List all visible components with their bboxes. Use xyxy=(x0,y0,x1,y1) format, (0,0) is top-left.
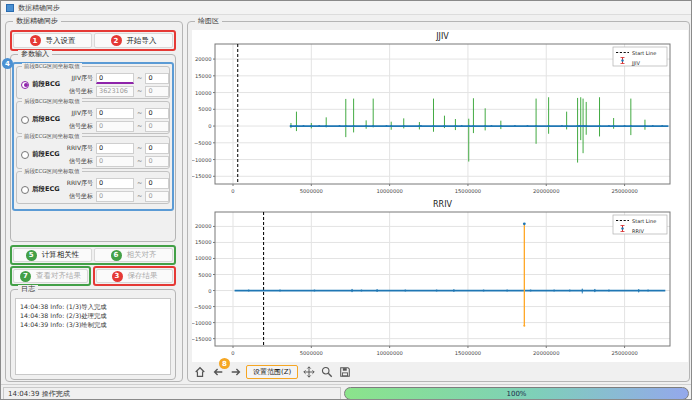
pan-button[interactable] xyxy=(301,364,316,379)
tilde-label: ~ xyxy=(137,179,142,187)
tilde-label: ~ xyxy=(137,122,142,130)
zoom-button[interactable] xyxy=(319,364,334,379)
signal-coord-from-input[interactable] xyxy=(96,191,134,202)
svg-text:20000: 20000 xyxy=(195,56,212,62)
svg-text:−5000: −5000 xyxy=(194,140,212,146)
rriv-index-label: RRIV序号 xyxy=(65,179,93,188)
rriv-index-from-input[interactable] xyxy=(96,143,134,154)
ecg-rear-section: 后段ECG区间坐标取值 后段ECG RRIV序号 ~ 信号坐标 xyxy=(16,171,170,204)
step-badge-8: 8 xyxy=(219,358,230,369)
view-align-result-button[interactable]: 7 查看对齐结果 xyxy=(13,269,88,283)
step-badge-3: 3 xyxy=(112,271,123,282)
ecg-rear-radio[interactable]: 后段ECG xyxy=(21,185,65,194)
bcg-rear-radio[interactable]: 后段BCG xyxy=(21,115,65,124)
jjiv-chart[interactable]: JJIV050000001000000015000000200000002500… xyxy=(192,30,688,196)
jjiv-index-from-input[interactable] xyxy=(96,73,134,84)
log-line: 14:04:38 Info: (1/3)导入完成 xyxy=(20,302,166,311)
radio-circle-icon xyxy=(21,186,29,194)
jjiv-index-label: JJIV序号 xyxy=(65,74,93,83)
sync-panel: 数据精确同步 1 导入设置 2 开始导入 参数输入 前段BCG区间坐标取值 前段… xyxy=(5,21,183,382)
jjiv-index-to-input[interactable] xyxy=(145,73,169,84)
rriv-index-to-input[interactable] xyxy=(145,143,169,154)
step-badge-4: 4 xyxy=(2,58,13,69)
signal-coord-from-input[interactable] xyxy=(96,156,134,167)
jjiv-index-to-input[interactable] xyxy=(145,108,169,119)
svg-text:RRIV: RRIV xyxy=(632,228,644,234)
ecg-rear-radio-label: 后段ECG xyxy=(32,185,60,194)
svg-text:5000000: 5000000 xyxy=(300,188,323,194)
log-list[interactable]: 14:04:38 Info: (1/3)导入完成 14:04:38 Info: … xyxy=(15,298,171,375)
figure-canvas[interactable]: JJIV050000001000000015000000200000002500… xyxy=(192,30,688,362)
save-result-group: 3 保存结果 xyxy=(93,266,176,286)
import-settings-button[interactable]: 1 导入设置 xyxy=(13,33,92,48)
svg-text:20000000: 20000000 xyxy=(533,350,559,356)
save-result-button[interactable]: 3 保存结果 xyxy=(96,269,173,283)
radio-circle-icon xyxy=(21,81,29,89)
progress-label: 100% xyxy=(506,390,526,398)
compute-correlation-label: 计算相关性 xyxy=(42,250,80,260)
signal-coord-to-input[interactable] xyxy=(145,86,169,97)
rriv-index-from-input[interactable] xyxy=(96,178,134,189)
tilde-label: ~ xyxy=(137,87,142,95)
ecg-front-section: 前段ECG区间坐标取值 前段ECG RRIV序号 ~ 信号坐标 xyxy=(16,136,170,169)
window-title: 数据精确同步 xyxy=(18,3,60,13)
set-range-button[interactable]: 设置范围(Z) xyxy=(246,365,298,379)
sync-panel-title: 数据精确同步 xyxy=(13,17,61,26)
floppy-save-icon xyxy=(339,366,351,378)
svg-text:−15000: −15000 xyxy=(192,336,212,342)
signal-coord-to-input[interactable] xyxy=(145,156,169,167)
radio-circle-icon xyxy=(21,116,29,124)
signal-coord-to-input[interactable] xyxy=(145,191,169,202)
step-badge-6: 6 xyxy=(111,250,122,261)
svg-text:−10000: −10000 xyxy=(192,320,212,326)
svg-text:10000: 10000 xyxy=(195,255,212,261)
svg-text:20000000: 20000000 xyxy=(533,188,559,194)
param-input-group: 参数输入 前段BCG区间坐标取值 前段BCG JJIV序号 ~ xyxy=(10,54,176,242)
log-group: 日志 14:04:38 Info: (1/3)导入完成 14:04:38 Inf… xyxy=(10,289,176,380)
svg-text:JJIV: JJIV xyxy=(435,32,449,41)
signal-coord-label: 信号坐标 xyxy=(65,87,93,96)
app-icon xyxy=(6,4,14,12)
ecg-front-radio[interactable]: 前段ECG xyxy=(21,150,65,159)
svg-text:Start Line: Start Line xyxy=(632,50,656,56)
plot-panel-title: 绘图区 xyxy=(195,17,222,26)
svg-text:JJIV: JJIV xyxy=(631,60,640,66)
save-figure-button[interactable] xyxy=(337,364,352,379)
bcg-rear-section: 后段BCG区间坐标取值 后段BCG JJIV序号 ~ 信号坐标 xyxy=(16,101,170,134)
svg-text:0: 0 xyxy=(231,350,234,356)
forward-button[interactable] xyxy=(228,364,243,379)
home-button[interactable] xyxy=(192,364,207,379)
start-import-button[interactable]: 2 开始导入 xyxy=(94,33,173,48)
signal-coord-label: 信号坐标 xyxy=(65,122,93,131)
bcg-front-radio[interactable]: 前段BCG xyxy=(21,80,65,89)
rriv-index-to-input[interactable] xyxy=(145,178,169,189)
svg-text:20000: 20000 xyxy=(195,223,212,229)
signal-coord-from-input[interactable] xyxy=(96,121,134,132)
svg-text:15000000: 15000000 xyxy=(455,188,481,194)
svg-text:25000000: 25000000 xyxy=(611,350,637,356)
log-line: 14:04:38 Info: (2/3)处理完成 xyxy=(20,311,166,320)
rriv-chart[interactable]: RRIV050000001000000015000000200000002500… xyxy=(192,196,688,362)
svg-text:RRIV: RRIV xyxy=(433,200,452,209)
status-message: 14:04:39 操作完成 xyxy=(3,387,341,400)
correlation-align-button[interactable]: 6 相关对齐 xyxy=(94,248,173,262)
param-input-title: 参数输入 xyxy=(18,50,52,59)
status-bar: 14:04:39 操作完成 100% xyxy=(1,384,692,400)
set-range-label: 设置范围(Z) xyxy=(253,367,291,377)
signal-coord-to-input[interactable] xyxy=(145,121,169,132)
import-group: 1 导入设置 2 开始导入 xyxy=(10,30,176,51)
view-align-result-label: 查看对齐结果 xyxy=(36,271,81,281)
pan-move-icon xyxy=(303,366,315,378)
home-icon xyxy=(194,366,206,378)
jjiv-index-from-input[interactable] xyxy=(96,108,134,119)
signal-coord-from-input[interactable] xyxy=(96,86,134,97)
rriv-index-label: RRIV序号 xyxy=(65,144,93,153)
step-badge-7: 7 xyxy=(20,271,31,282)
svg-text:25000000: 25000000 xyxy=(611,188,637,194)
svg-text:0: 0 xyxy=(208,123,211,129)
save-result-label: 保存结果 xyxy=(128,271,158,281)
svg-text:Start Line: Start Line xyxy=(632,218,656,224)
compute-correlation-button[interactable]: 5 计算相关性 xyxy=(13,248,92,262)
svg-text:5000000: 5000000 xyxy=(300,350,323,356)
compute-group: 5 计算相关性 6 相关对齐 xyxy=(10,245,176,265)
